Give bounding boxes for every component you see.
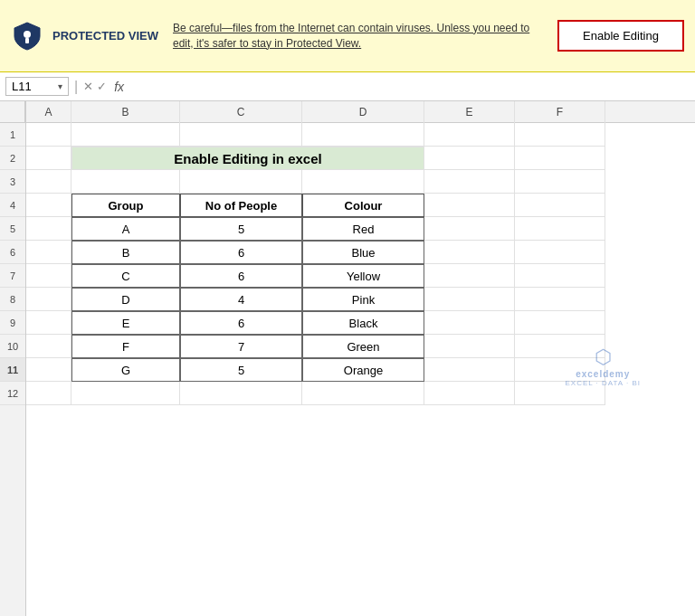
cell-b9[interactable]: E (71, 311, 180, 335)
cell-a5[interactable] (26, 217, 71, 241)
cell-e10[interactable] (424, 335, 515, 358)
cell-e8[interactable] (424, 288, 515, 311)
cell-ref-value: L11 (12, 80, 56, 93)
cell-d9[interactable]: Black (302, 311, 424, 335)
cell-d11[interactable]: Orange (302, 358, 424, 382)
col-header-b[interactable]: B (71, 101, 180, 123)
cell-c8[interactable]: 4 (180, 288, 302, 311)
cell-e2[interactable] (424, 147, 515, 170)
cell-a12[interactable] (26, 382, 71, 405)
cell-a8[interactable] (26, 288, 71, 311)
cell-e6[interactable] (424, 241, 515, 264)
cell-e4[interactable] (424, 194, 515, 217)
row-num-8[interactable]: 8 (0, 288, 25, 311)
cell-c6[interactable]: 6 (180, 241, 302, 264)
cell-a6[interactable] (26, 241, 71, 264)
cell-b8[interactable]: D (71, 288, 180, 311)
header-colour-label: Colour (345, 199, 383, 213)
cell-f1[interactable] (515, 123, 605, 147)
row-num-3[interactable]: 3 (0, 170, 25, 194)
cell-a11[interactable] (26, 358, 71, 382)
cell-e1[interactable] (424, 123, 515, 147)
cell-a2[interactable] (26, 147, 71, 170)
enable-editing-button[interactable]: Enable Editing (557, 20, 684, 52)
cell-e12[interactable] (424, 382, 515, 405)
cell-c3[interactable] (180, 170, 302, 194)
table-header-colour[interactable]: Colour (302, 194, 424, 217)
row-num-12[interactable]: 12 (0, 382, 25, 405)
cell-b5[interactable]: A (71, 217, 180, 241)
cell-a4[interactable] (26, 194, 71, 217)
row-num-10[interactable]: 10 (0, 335, 25, 358)
cell-d7[interactable]: Yellow (302, 264, 424, 288)
cell-d1[interactable] (302, 123, 424, 147)
row-num-1[interactable]: 1 (0, 123, 25, 147)
cell-d8[interactable]: Pink (302, 288, 424, 311)
cell-d6[interactable]: Blue (302, 241, 424, 264)
col-header-f[interactable]: F (515, 101, 605, 123)
cell-b3[interactable] (71, 170, 180, 194)
cell-a1[interactable] (26, 123, 71, 147)
cell-c12[interactable] (180, 382, 302, 405)
cell-c11[interactable]: 5 (180, 358, 302, 382)
header-people-label: No of People (205, 199, 277, 213)
cell-reference-box[interactable]: L11 ▾ (5, 77, 69, 96)
cancel-formula-icon[interactable]: ✕ (83, 80, 93, 93)
cell-f9[interactable] (515, 311, 605, 335)
row-numbers: 1 2 3 4 5 6 7 8 9 10 11 12 (0, 101, 26, 616)
col-header-d[interactable]: D (302, 101, 424, 123)
title-cell[interactable]: Enable Editing in excel (71, 147, 424, 170)
cell-c1[interactable] (180, 123, 302, 147)
row-num-5[interactable]: 5 (0, 217, 25, 241)
row-num-4[interactable]: 4 (0, 194, 25, 217)
cell-e3[interactable] (424, 170, 515, 194)
cell-d3[interactable] (302, 170, 424, 194)
cell-a9[interactable] (26, 311, 71, 335)
cell-a10[interactable] (26, 335, 71, 358)
formula-bar: L11 ▾ | ✕ ✓ fx (0, 72, 695, 101)
col-header-c[interactable]: C (180, 101, 302, 123)
cell-c5[interactable]: 5 (180, 217, 302, 241)
cell-d12[interactable] (302, 382, 424, 405)
cell-f3[interactable] (515, 170, 605, 194)
cell-c10[interactable]: 7 (180, 335, 302, 358)
cell-f6[interactable] (515, 241, 605, 264)
row-num-6[interactable]: 6 (0, 241, 25, 264)
row-num-11[interactable]: 11 (0, 358, 25, 382)
formula-icons: ✕ ✓ (83, 80, 107, 93)
cell-c9[interactable]: 6 (180, 311, 302, 335)
cell-f8[interactable] (515, 288, 605, 311)
protected-view-banner: PROTECTED VIEW Be careful—files from the… (0, 0, 695, 72)
row-num-9[interactable]: 9 (0, 311, 25, 335)
cell-f7[interactable] (515, 264, 605, 288)
cell-b6[interactable]: B (71, 241, 180, 264)
cell-f4[interactable] (515, 194, 605, 217)
table-header-group[interactable]: Group (71, 194, 180, 217)
cell-c7[interactable]: 6 (180, 264, 302, 288)
col-header-a[interactable]: A (26, 101, 71, 123)
cell-e11[interactable] (424, 358, 515, 382)
table-header-people[interactable]: No of People (180, 194, 302, 217)
cell-b11[interactable]: G (71, 358, 180, 382)
cell-e9[interactable] (424, 311, 515, 335)
cell-a7[interactable] (26, 264, 71, 288)
row-num-2[interactable]: 2 (0, 147, 25, 170)
col-header-e[interactable]: E (424, 101, 515, 123)
cell-d5[interactable]: Red (302, 217, 424, 241)
cell-b7[interactable]: C (71, 264, 180, 288)
cell-f2[interactable] (515, 147, 605, 170)
cell-a3[interactable] (26, 170, 71, 194)
formula-input[interactable] (131, 80, 690, 93)
grid-row-6: B 6 Blue (26, 241, 695, 264)
cell-b12[interactable] (71, 382, 180, 405)
cell-ref-dropdown-icon[interactable]: ▾ (58, 81, 62, 91)
cell-f5[interactable] (515, 217, 605, 241)
cell-e5[interactable] (424, 217, 515, 241)
cell-e7[interactable] (424, 264, 515, 288)
cell-d10[interactable]: Green (302, 335, 424, 358)
cell-b10[interactable]: F (71, 335, 180, 358)
confirm-formula-icon[interactable]: ✓ (97, 80, 107, 93)
watermark: ⬡ exceldemy EXCEL · DATA · BI (565, 346, 641, 387)
row-num-7[interactable]: 7 (0, 264, 25, 288)
cell-b1[interactable] (71, 123, 180, 147)
